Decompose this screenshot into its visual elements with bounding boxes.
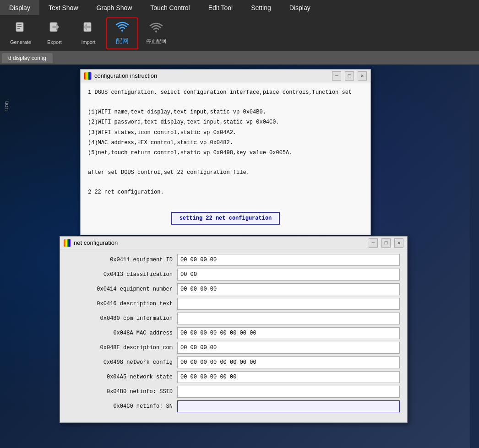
config-close-button[interactable]: ✕ — [358, 71, 367, 81]
config-line-4: (3)WIFI states,icon control,static vp 0x… — [88, 128, 363, 137]
net-dialog-title: net configuration — [74, 239, 369, 246]
net-dialog-controls: ─ □ ✕ — [369, 238, 403, 248]
config-net-label: 配网 — [116, 37, 129, 45]
station-label: tion — [4, 101, 11, 111]
menu-graph-show[interactable]: Graph Show — [87, 0, 142, 15]
config-maximize-button[interactable]: □ — [345, 71, 354, 81]
menu-text-show[interactable]: Text Show — [39, 0, 87, 15]
config-line-8: 2 22 net configuration. — [88, 188, 363, 197]
config-dialog-title: configuration instruction — [94, 72, 332, 79]
net-row: 0x0480 com information — [67, 313, 400, 324]
net-row: 0x0414 equipment number — [67, 283, 400, 295]
setting-22-net-button[interactable]: setting 22 net configuration — [171, 212, 280, 225]
net-field-input-network-state[interactable] — [177, 371, 400, 383]
net-field-input-mac-address[interactable] — [177, 327, 400, 339]
net-close-button[interactable]: ✕ — [394, 238, 403, 248]
config-line-5: (4)MAC address,HEX control,static vp 0x0… — [88, 138, 363, 147]
net-field-label-equipment-number: 0x0414 equipment number — [67, 286, 177, 292]
config-dialog-body: 1 DGUS configuration. select configurati… — [81, 82, 370, 235]
config-line-6: (5)net,touch return control,static vp 0x… — [88, 148, 363, 157]
config-line-7: after set DGUS control,set 22 configurat… — [88, 168, 363, 177]
net-config-dialog: net configuration ─ □ ✕ 0x0411 equipment… — [60, 236, 408, 423]
menu-edit-tool[interactable]: Edit Tool — [199, 0, 242, 15]
import-label: Import — [81, 39, 95, 45]
net-field-input-description-text[interactable] — [177, 298, 400, 310]
net-row: 0x0413 classification — [67, 269, 400, 281]
net-field-label-description-com: 0x048E description com — [67, 345, 177, 351]
net-field-label-network-config: 0x0498 network config — [67, 359, 177, 366]
net-field-label-description-text: 0x0416 description text — [67, 301, 177, 307]
config-instruction-dialog: configuration instruction ─ □ ✕ 1 DGUS c… — [80, 69, 371, 235]
menu-setting[interactable]: Setting — [242, 0, 280, 15]
wifi-icon — [115, 21, 129, 35]
net-row: 0x048A MAC address — [67, 327, 400, 339]
net-row: 0x04B0 netinfo: SSID — [67, 386, 400, 398]
config-dialog-titlebar: configuration instruction ─ □ ✕ — [81, 70, 370, 82]
tab-display-config[interactable]: d display config — [2, 53, 53, 63]
net-minimize-button[interactable]: ─ — [369, 238, 378, 248]
net-field-input-network-config[interactable] — [177, 356, 400, 368]
svg-point-6 — [121, 30, 123, 32]
net-field-label-mac-address: 0x048A MAC address — [67, 330, 177, 336]
menu-touch-control[interactable]: Touch Control — [141, 0, 199, 15]
net-field-label-com-information: 0x0480 com information — [67, 315, 177, 322]
toolbar: Generate Export Import — [0, 15, 479, 52]
net-field-input-equipment-number[interactable] — [177, 283, 400, 295]
right-sidebar — [470, 65, 479, 448]
net-dialog-body: 0x0411 equipment ID0x0413 classification… — [60, 249, 407, 422]
net-field-input-description-com[interactable] — [177, 342, 400, 354]
main-area: tion configuration instruction ─ □ ✕ 1 D… — [0, 65, 479, 448]
net-field-input-equipment-id[interactable] — [177, 254, 400, 266]
import-icon — [82, 22, 95, 38]
export-button[interactable]: Export — [38, 17, 71, 49]
net-field-label-netinfo-sn: 0x04C0 netinfo: SN — [67, 403, 177, 410]
net-maximize-button[interactable]: □ — [381, 238, 391, 248]
net-row: 0x048E description com — [67, 342, 400, 354]
menu-bar: Display Text Show Graph Show Touch Contr… — [0, 0, 479, 15]
export-icon — [48, 22, 61, 38]
net-field-label-classification: 0x0413 classification — [67, 271, 177, 278]
tab-bar: d display config — [0, 52, 479, 65]
config-line-1: 1 DGUS configuration. select configurati… — [88, 88, 363, 97]
stop-config-net-button[interactable]: 停止配网 — [140, 17, 172, 49]
config-minimize-button[interactable]: ─ — [332, 71, 341, 81]
svg-rect-0 — [16, 22, 23, 32]
net-row: 0x04A5 network state — [67, 371, 400, 383]
net-row: 0x0411 equipment ID — [67, 254, 400, 266]
import-button[interactable]: Import — [72, 17, 104, 49]
generate-button[interactable]: Generate — [5, 17, 37, 49]
net-field-input-com-information[interactable] — [177, 313, 400, 324]
config-line-2: (1)WIFI name,text display,text input,sta… — [88, 108, 363, 117]
rainbow-icon — [84, 72, 92, 80]
config-line-3: (2)WIFI password,text display,text input… — [88, 118, 363, 127]
config-dialog-controls: ─ □ ✕ — [332, 71, 367, 81]
net-row: 0x0416 description text — [67, 298, 400, 310]
wifi-off-icon — [149, 22, 163, 36]
svg-point-7 — [155, 31, 157, 32]
net-field-label-network-state: 0x04A5 network state — [67, 374, 177, 380]
net-field-label-netinfo-ssid: 0x04B0 netinfo: SSID — [67, 389, 177, 395]
net-field-label-equipment-id: 0x0411 equipment ID — [67, 257, 177, 263]
menu-display[interactable]: Display — [0, 0, 39, 15]
net-field-input-netinfo-ssid[interactable] — [177, 386, 400, 398]
net-dialog-titlebar: net configuration ─ □ ✕ — [60, 237, 407, 249]
generate-icon — [14, 22, 27, 38]
export-label: Export — [47, 39, 62, 45]
net-field-input-classification[interactable] — [177, 269, 400, 281]
menu-display2[interactable]: Display — [280, 0, 320, 15]
stop-config-net-label: 停止配网 — [146, 38, 166, 45]
net-row: 0x0498 network config — [67, 356, 400, 368]
net-field-input-netinfo-sn[interactable] — [177, 400, 400, 412]
net-rainbow-icon — [64, 239, 71, 247]
config-net-button[interactable]: 配网 — [106, 17, 138, 49]
net-row: 0x04C0 netinfo: SN — [67, 400, 400, 412]
generate-label: Generate — [10, 39, 31, 45]
